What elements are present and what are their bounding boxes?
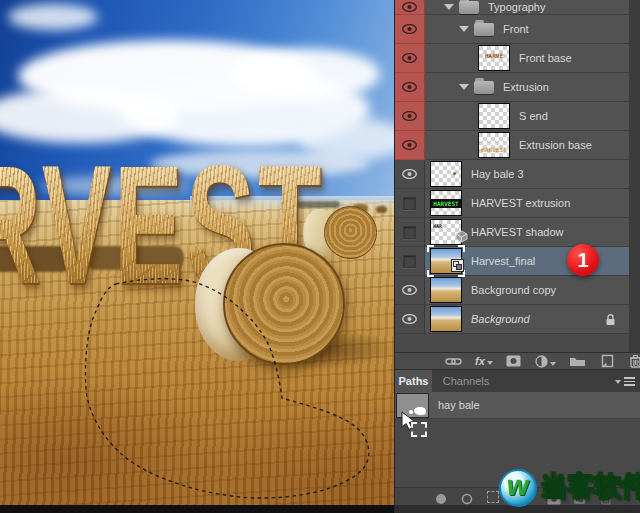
layer-row-front-base[interactable]: HARVE Front base	[395, 44, 629, 73]
layer-name: Extrusion	[503, 81, 549, 93]
group-folder-icon	[474, 81, 494, 94]
chevron-down-icon[interactable]	[459, 26, 469, 32]
step-annotation-badge: 1	[567, 244, 599, 276]
add-layer-mask-icon[interactable]	[506, 355, 521, 367]
new-group-icon[interactable]	[569, 355, 586, 367]
target-bracket	[458, 245, 465, 252]
layer-name: Typography	[488, 1, 545, 13]
cloud	[8, 4, 98, 30]
visibility-toggle[interactable]	[395, 44, 425, 73]
cloud	[230, 48, 380, 100]
tab-channels[interactable]: Channels	[435, 370, 497, 393]
layer-name: S end	[519, 110, 548, 122]
layer-thumbnail[interactable]	[430, 306, 462, 332]
group-folder-icon	[474, 23, 494, 36]
layers-scrollbar[interactable]	[628, 0, 640, 352]
eye-icon	[402, 53, 417, 63]
layer-row-harvest-shadow[interactable]: HAR HARVEST shadow	[395, 218, 629, 247]
layer-name: HARVEST shadow	[471, 226, 564, 238]
layer-row-typography[interactable]: Typography	[395, 0, 629, 15]
eye-icon	[402, 24, 417, 34]
watermark-site-name: 当客软件园	[540, 468, 640, 504]
layer-row-harvest-extrusion[interactable]: HARVEST HARVEST extrusion	[395, 189, 629, 218]
layer-row-background[interactable]: Background	[395, 305, 629, 334]
document-canvas[interactable]: RVEST	[0, 0, 394, 505]
visibility-toggle[interactable]	[395, 102, 425, 131]
distant-hay-bale	[376, 206, 387, 213]
watermark-logo-icon: W	[499, 469, 537, 507]
eye-icon	[402, 140, 417, 150]
layer-thumbnail[interactable]	[430, 277, 462, 303]
layer-name: Background copy	[471, 284, 556, 296]
target-bracket	[427, 245, 434, 252]
layer-name: Front base	[519, 52, 572, 64]
layers-panel-empty-area	[395, 334, 629, 352]
layer-name: Hay bale 3	[471, 168, 524, 180]
visibility-toggle[interactable]	[395, 189, 425, 218]
visibility-toggle[interactable]	[395, 160, 425, 189]
layer-row-background-copy[interactable]: Background copy	[395, 276, 629, 305]
paths-tab-bar: Paths Channels	[395, 369, 640, 392]
chevron-down-icon[interactable]	[459, 84, 469, 90]
layer-name: Background	[471, 313, 530, 325]
layer-thumbnail[interactable]	[478, 103, 510, 129]
foreground-hay-bale	[195, 243, 345, 365]
visibility-toggle[interactable]	[395, 131, 425, 160]
layer-row-hay-bale-3[interactable]: Hay bale 3	[395, 160, 629, 189]
visibility-checkbox[interactable]	[403, 255, 416, 268]
eye-icon	[402, 111, 417, 121]
layer-style-fx-icon[interactable]: fx	[475, 355, 493, 367]
smart-object-badge-icon	[451, 258, 464, 276]
link-layers-icon[interactable]	[445, 356, 462, 367]
chevron-down-icon[interactable]	[444, 4, 454, 10]
target-bracket	[427, 270, 434, 277]
visibility-toggle[interactable]	[395, 305, 425, 334]
visibility-toggle[interactable]	[395, 218, 425, 247]
layer-thumbnail[interactable]	[430, 161, 462, 187]
layers-list: Typography Front HARVE F	[395, 0, 629, 334]
layer-row-s-end[interactable]: S end	[395, 102, 629, 131]
eye-icon	[402, 285, 417, 295]
group-folder-icon	[459, 1, 479, 14]
visibility-checkbox[interactable]	[403, 226, 416, 239]
photoshop-workspace: RVEST Typography	[0, 0, 640, 513]
path-name: hay bale	[438, 399, 480, 411]
layer-thumbnail[interactable]: HARVEST	[478, 132, 510, 158]
layer-thumbnail[interactable]	[430, 248, 462, 274]
layer-name: Harvest_final	[471, 255, 535, 267]
layer-row-front[interactable]: Front	[395, 15, 629, 44]
layer-name: Front	[503, 23, 529, 35]
lock-icon	[605, 313, 616, 326]
layer-row-extrusion[interactable]: Extrusion	[395, 73, 629, 102]
eye-icon	[402, 82, 417, 92]
load-path-as-selection-icon[interactable]	[487, 491, 499, 503]
adjustment-layer-icon[interactable]	[535, 355, 556, 368]
path-row-hay-bale[interactable]: hay bale	[395, 392, 640, 419]
visibility-toggle[interactable]	[395, 15, 425, 44]
visibility-toggle[interactable]	[395, 247, 425, 276]
eye-icon	[402, 169, 417, 179]
panel-menu-icon[interactable]	[615, 377, 635, 386]
visibility-checkbox[interactable]	[403, 197, 416, 210]
eye-icon	[402, 314, 417, 324]
layer-row-extrusion-base[interactable]: HARVEST Extrusion base	[395, 131, 629, 160]
visibility-toggle[interactable]	[395, 276, 425, 305]
right-panel: Typography Front HARVE F	[394, 0, 640, 513]
layer-name: HARVEST extrusion	[471, 197, 570, 209]
canvas-bottom-edge	[0, 505, 394, 513]
tab-paths[interactable]: Paths	[395, 370, 432, 393]
layer-thumbnail[interactable]: HARVE	[478, 45, 510, 71]
visibility-toggle[interactable]	[395, 73, 425, 102]
visibility-toggle[interactable]	[395, 0, 425, 15]
layer-name: Extrusion base	[519, 139, 592, 151]
layer-thumbnail[interactable]: HAR	[430, 219, 462, 245]
eye-icon	[402, 2, 417, 12]
new-layer-icon[interactable]	[600, 354, 614, 368]
layers-toolbar: fx	[395, 352, 640, 369]
layer-thumbnail[interactable]: HARVEST	[430, 190, 462, 216]
drag-selection-box	[411, 422, 427, 437]
